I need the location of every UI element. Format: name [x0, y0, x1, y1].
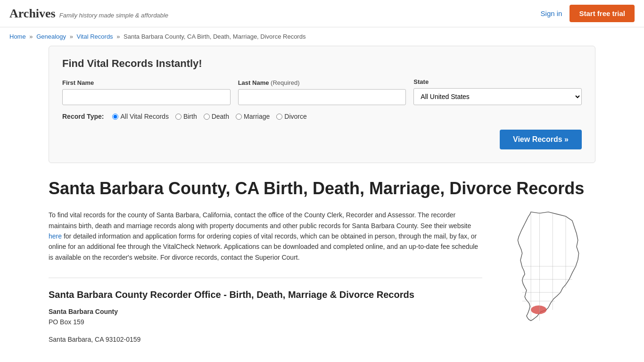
- ca-map-svg: [501, 210, 595, 323]
- view-records-button[interactable]: View Records »: [500, 130, 582, 149]
- radio-marriage-input[interactable]: [236, 114, 242, 120]
- main-content: Find Vital Records Instantly! First Name…: [39, 46, 605, 362]
- radio-birth-input[interactable]: [175, 114, 182, 120]
- section-heading: Santa Barbara County Recorder Office - B…: [49, 278, 482, 300]
- radio-all-input[interactable]: [112, 114, 118, 120]
- office-address1: PO Box 159: [49, 317, 482, 327]
- state-select[interactable]: All United States California Texas New Y…: [413, 88, 582, 105]
- breadcrumb-sep-1: »: [29, 33, 33, 40]
- radio-all-vital[interactable]: All Vital Records: [112, 113, 168, 120]
- radio-death[interactable]: Death: [204, 113, 229, 120]
- radio-marriage[interactable]: Marriage: [236, 113, 270, 120]
- header-actions: Sign in Start free trial: [541, 5, 635, 22]
- page-title: Santa Barbara County, CA Birth, Death, M…: [49, 178, 595, 198]
- last-name-field: Last Name (Required): [238, 79, 406, 105]
- tagline: Family history made simple & affordable: [59, 12, 168, 19]
- first-name-input[interactable]: [62, 89, 231, 105]
- description-paragraph: To find vital records for the county of …: [49, 210, 482, 263]
- radio-birth[interactable]: Birth: [175, 113, 197, 120]
- content-area: To find vital records for the county of …: [49, 210, 595, 352]
- breadcrumb-sep-2: »: [70, 33, 73, 40]
- radio-divorce-input[interactable]: [276, 114, 282, 120]
- last-name-input[interactable]: [238, 89, 406, 105]
- radio-death-input[interactable]: [204, 114, 210, 120]
- site-header: Archives Family history made simple & af…: [0, 0, 644, 27]
- santa-barbara-highlight: [531, 305, 546, 314]
- signin-link[interactable]: Sign in: [541, 9, 562, 17]
- logo-area: Archives Family history made simple & af…: [9, 7, 168, 21]
- radio-divorce[interactable]: Divorce: [276, 113, 306, 120]
- office-name: Santa Barbara County: [49, 308, 482, 315]
- office-info: Santa Barbara County PO Box 159 Santa Ba…: [49, 308, 482, 345]
- breadcrumb-current: Santa Barbara County, CA Birth, Death, M…: [124, 33, 305, 40]
- search-title: Find Vital Records Instantly!: [62, 58, 582, 70]
- here-link[interactable]: here: [49, 232, 62, 240]
- form-fields-row: First Name Last Name (Required) State Al…: [62, 78, 582, 105]
- breadcrumb-home[interactable]: Home: [9, 33, 26, 40]
- radio-death-label: Death: [212, 113, 229, 120]
- required-note: (Required): [271, 79, 299, 86]
- radio-birth-label: Birth: [183, 113, 197, 120]
- record-type-label: Record Type:: [62, 113, 104, 120]
- breadcrumb-vital-records[interactable]: Vital Records: [77, 33, 113, 40]
- california-map: [501, 210, 595, 324]
- content-text: To find vital records for the county of …: [49, 210, 482, 352]
- radio-all-label: All Vital Records: [120, 113, 168, 120]
- start-trial-button[interactable]: Start free trial: [570, 5, 635, 22]
- button-row: View Records »: [62, 130, 582, 149]
- state-field: State All United States California Texas…: [413, 78, 582, 105]
- first-name-field: First Name: [62, 79, 231, 105]
- search-box: Find Vital Records Instantly! First Name…: [49, 46, 595, 163]
- radio-divorce-label: Divorce: [284, 113, 306, 120]
- breadcrumb-genealogy[interactable]: Genealogy: [36, 33, 66, 40]
- breadcrumb-sep-3: »: [116, 33, 120, 40]
- record-type-row: Record Type: All Vital Records Birth Dea…: [62, 113, 582, 120]
- radio-marriage-label: Marriage: [244, 113, 270, 120]
- last-name-label: Last Name (Required): [238, 79, 406, 86]
- logo: Archives: [9, 7, 56, 21]
- office-address2: Santa Barbara, CA 93102-0159: [49, 335, 482, 345]
- state-label: State: [413, 78, 582, 85]
- breadcrumb: Home » Genealogy » Vital Records » Santa…: [0, 27, 644, 46]
- radio-group: All Vital Records Birth Death Marriage D…: [112, 113, 306, 120]
- first-name-label: First Name: [62, 79, 231, 86]
